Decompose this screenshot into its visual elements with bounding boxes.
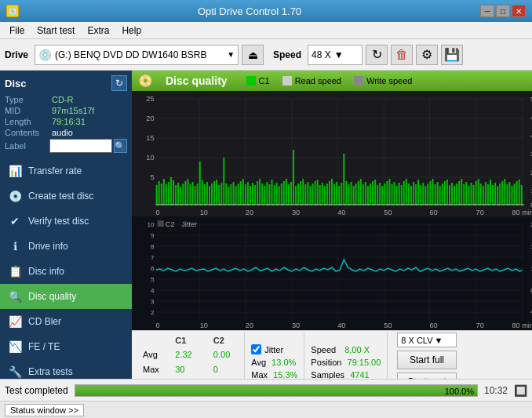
erase-button[interactable]: 🗑 <box>391 45 413 65</box>
sidebar-item-fe-te-label: FE / TE <box>28 341 60 352</box>
sidebar-item-drive-info[interactable]: ℹ Drive info <box>0 234 132 259</box>
disc-label-input[interactable] <box>49 139 112 153</box>
maximize-button[interactable]: □ <box>496 5 510 17</box>
col-c2: C2 <box>207 334 236 347</box>
jitter-avg-label: Avg <box>251 358 266 367</box>
svg-rect-99 <box>304 184 306 205</box>
settings-button[interactable]: ⚙ <box>416 45 438 65</box>
position-label: Position <box>311 358 341 367</box>
svg-text:7: 7 <box>151 254 155 261</box>
svg-rect-45 <box>175 185 177 205</box>
svg-rect-92 <box>288 184 290 205</box>
sidebar-item-disc-info-label: Disc info <box>28 266 64 277</box>
status-window-button[interactable]: Status window >> <box>5 404 84 416</box>
svg-text:Jitter: Jitter <box>181 220 197 228</box>
svg-text:25: 25 <box>146 95 154 103</box>
speed-stat-label: Speed <box>311 345 336 354</box>
svg-rect-81 <box>261 184 263 205</box>
disc-panel-title: Disc <box>5 78 26 89</box>
svg-rect-113 <box>338 186 340 205</box>
svg-rect-94 <box>293 150 294 205</box>
svg-rect-48 <box>182 184 184 205</box>
svg-rect-62 <box>216 180 217 205</box>
charts-container: 25 20 15 10 5 56 X 48 X 40 X 32 X 24 X 1… <box>132 91 532 330</box>
svg-text:2: 2 <box>151 309 155 316</box>
menu-help[interactable]: Help <box>115 24 148 38</box>
svg-rect-126 <box>370 184 371 205</box>
svg-rect-57 <box>204 184 206 205</box>
avg-c1: 2.32 <box>169 348 206 361</box>
sidebar-item-disc-quality[interactable]: 🔍 Disc quality <box>0 284 132 309</box>
svg-rect-137 <box>396 186 398 205</box>
svg-rect-121 <box>358 181 359 205</box>
legend-read-speed: Read speed <box>282 76 341 85</box>
svg-rect-152 <box>432 179 434 205</box>
menu-file[interactable]: File <box>3 24 31 38</box>
menu-extra[interactable]: Extra <box>81 24 115 38</box>
sidebar-item-disc-info[interactable]: 📋 Disc info <box>0 259 132 284</box>
svg-rect-79 <box>257 181 258 205</box>
status-indicator: 🔲 <box>514 384 527 397</box>
svg-rect-179 <box>497 186 498 205</box>
disc-panel: Disc ↻ Type CD-R MID 97m15s17f Length 79… <box>0 71 132 158</box>
sidebar-item-fe-te[interactable]: 📉 FE / TE <box>0 334 132 359</box>
svg-rect-162 <box>456 184 457 205</box>
svg-rect-101 <box>309 186 311 205</box>
menu-start-test[interactable]: Start test <box>31 24 81 38</box>
close-button[interactable]: ✕ <box>512 5 526 17</box>
jitter-max-label: Max <box>251 370 268 379</box>
minimize-button[interactable]: ─ <box>480 5 494 17</box>
drive-selector[interactable]: 💿 (G:) BENQ DVD DD DW1640 BSRB ▼ <box>35 45 239 65</box>
drive-eject-button[interactable]: ⏏ <box>242 45 264 65</box>
disc-mid-row: MID 97m15s17f <box>5 105 127 116</box>
svg-rect-130 <box>379 183 381 205</box>
clv-selector[interactable]: 8 X CLV ▼ <box>397 333 456 347</box>
sidebar-item-create-test-disc-label: Create test disc <box>28 191 93 202</box>
total-c2: 0 <box>207 377 236 379</box>
jitter-avg-value: 13.0% <box>271 358 296 367</box>
transfer-rate-icon: 📊 <box>8 165 22 177</box>
start-part-button[interactable]: Start part <box>397 373 456 379</box>
svg-rect-150 <box>427 184 428 205</box>
jitter-label: Jitter <box>264 345 283 354</box>
svg-rect-39 <box>161 184 162 205</box>
sidebar-item-cd-bler[interactable]: 📈 CD Bler <box>0 309 132 334</box>
svg-rect-67 <box>228 187 229 205</box>
svg-rect-185 <box>511 186 512 205</box>
svg-rect-135 <box>391 184 392 205</box>
chart-top: 25 20 15 10 5 56 X 48 X 40 X 32 X 24 X 1… <box>132 91 532 216</box>
label-lookup-button[interactable]: 🔍 <box>114 139 127 153</box>
svg-rect-127 <box>372 181 373 205</box>
svg-text:80 min: 80 min <box>512 209 533 216</box>
disc-refresh-button[interactable]: ↻ <box>111 75 127 91</box>
sidebar-item-transfer-rate[interactable]: 📊 Transfer rate <box>0 158 132 184</box>
svg-rect-65 <box>223 158 224 205</box>
svg-rect-55 <box>199 162 201 205</box>
refresh-button[interactable]: ↻ <box>366 45 388 65</box>
svg-rect-104 <box>317 180 319 205</box>
start-full-button[interactable]: Start full <box>397 351 456 369</box>
sidebar-item-cd-bler-label: CD Bler <box>28 316 61 327</box>
row-max-label: Max <box>137 363 167 376</box>
svg-text:9: 9 <box>151 232 155 239</box>
legend-write-speed: Write speed <box>354 76 413 85</box>
save-button[interactable]: 💾 <box>441 45 463 65</box>
sidebar-item-extra-tests[interactable]: 🔧 Extra tests <box>0 359 132 384</box>
sidebar-item-create-test-disc[interactable]: 💿 Create test disc <box>0 184 132 209</box>
svg-rect-163 <box>458 181 460 205</box>
disc-contents-key: Contents <box>5 128 52 137</box>
svg-text:5: 5 <box>150 173 154 181</box>
disc-type-row: Type CD-R <box>5 94 127 105</box>
svg-text:20: 20 <box>246 322 253 329</box>
svg-text:4: 4 <box>151 287 155 294</box>
svg-rect-118 <box>350 182 352 205</box>
sidebar-item-verify-test-disc[interactable]: ✔ Verify test disc <box>0 209 132 234</box>
svg-rect-71 <box>238 184 239 205</box>
svg-rect-148 <box>422 183 424 205</box>
speed-selector[interactable]: 48 X ▼ <box>308 45 363 65</box>
svg-rect-154 <box>437 182 439 205</box>
svg-rect-147 <box>420 185 421 205</box>
chart-bottom-svg: 10 9 8 7 6 5 4 3 2 20% 16% 12% 8% 4% <box>132 216 532 330</box>
svg-rect-46 <box>177 183 179 205</box>
jitter-checkbox[interactable] <box>251 344 261 354</box>
